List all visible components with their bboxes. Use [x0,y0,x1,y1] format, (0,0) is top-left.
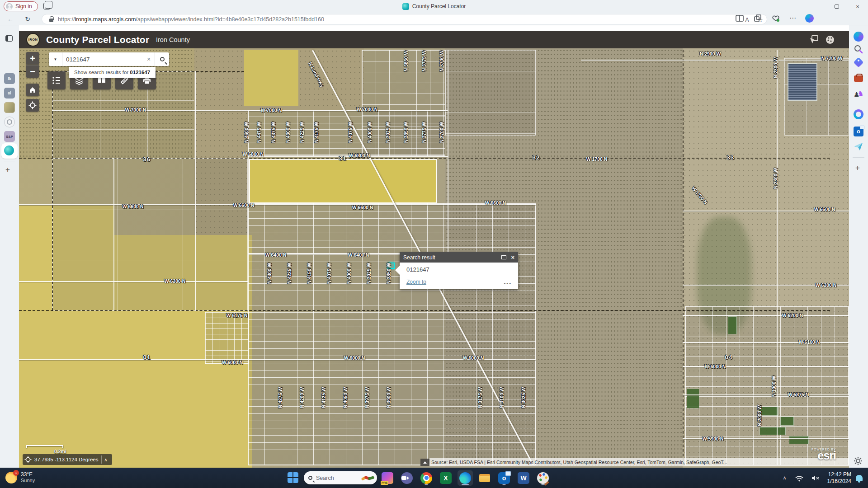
sidebar-drop-icon[interactable] [854,142,863,152]
street-label: W 5875 N [788,392,809,397]
search-button[interactable] [155,52,169,66]
street-label: N 3925 W [385,122,391,143]
popup-header[interactable]: Search result × [400,252,518,263]
browser-tab[interactable]: County Parcel Locator [0,0,868,13]
sidebar-copilot-icon[interactable] [854,32,863,42]
street-label: N 4300 W [285,122,291,143]
street-label: N 4475 W [256,122,262,143]
edge-sidebar: ♟ ♞ o + [849,25,868,468]
sidebar-settings-gear-icon[interactable] [853,455,863,466]
popup-maximize-icon[interactable] [501,255,506,259]
street-label: W 5900 N [703,436,724,441]
map-feature [248,203,536,465]
start-button[interactable] [288,472,298,483]
crosshair-icon[interactable] [24,456,32,463]
chrome-taskbar-icon[interactable] [419,470,434,486]
search-icon [160,57,165,61]
sidebar-outlook-icon[interactable]: o [854,127,863,136]
tray-overflow-icon[interactable]: ∧ [783,475,787,481]
map-feature [789,436,809,444]
address-bar[interactable]: https://irongis.maps.arcgis.com/apps/web… [42,14,767,24]
taskbar-search-placeholder: Search [316,475,361,481]
sidebar-games-icon[interactable]: ♟ ♞ [854,90,863,100]
map-feature [788,63,817,101]
paint-taskbar-icon[interactable] [535,470,551,486]
browser-tab-favicon[interactable]: 8i [4,73,15,84]
sidebar-shopping-icon[interactable] [854,57,864,68]
map-feature [244,50,298,106]
sidebar-customize-button[interactable]: + [855,164,860,173]
home-extent-button[interactable] [26,84,39,96]
map-feature [448,50,448,253]
teams-taskbar-icon[interactable] [399,470,415,486]
zoom-to-link[interactable]: Zoom to [406,279,426,285]
volume-muted-icon[interactable] [811,474,820,482]
tab-panel-toggle-icon[interactable] [5,35,13,42]
zoom-out-button[interactable]: − [26,65,39,78]
search-suggestion[interactable]: Show search results for 0121647 [69,67,156,78]
notifications-bell-icon[interactable] [856,475,863,481]
system-tray: ∧ 12:42 PM 1/16/2024 [783,468,868,488]
street-label: N 3025 W [521,387,526,408]
my-location-button[interactable] [26,99,39,112]
pre-taskbar-icon[interactable]: PRE [380,470,395,486]
new-tab-button[interactable]: + [5,165,10,174]
folder-taskbar-icon[interactable] [477,470,492,486]
close-button[interactable]: × [847,0,868,13]
map-feature [52,71,53,311]
draw-widget-icon[interactable] [825,34,835,45]
back-button[interactable]: ← [5,14,15,24]
browser-tab-favicon[interactable] [4,102,15,113]
settings-menu-icon[interactable]: ⋯ [789,14,796,22]
restore-icon [835,5,839,9]
coordinates-value: 37.7935 -113.1124 Degrees [34,457,99,462]
search-source-dropdown[interactable]: ▼ [49,52,62,66]
clock-time: 12:42 PM [827,471,851,478]
map-feature [683,342,849,343]
street-label: N 1900 W [771,376,777,397]
map-feature [248,156,448,157]
restore-button[interactable] [826,0,847,13]
legend-widget-button[interactable] [47,71,66,89]
excel-taskbar-icon[interactable]: X [438,470,453,486]
street-label: N 2900 W [700,51,721,56]
browser-tab-favicon[interactable]: 8i [4,88,15,99]
map-canvas[interactable]: + − 0.2mi [19,48,849,468]
word-icon: W [518,472,529,484]
street-label: W 6300 N [816,282,837,288]
street-label: W 6000 N [344,355,365,361]
wifi-icon[interactable] [795,474,804,482]
search-input[interactable] [62,56,143,63]
clear-search-icon[interactable]: × [143,56,155,63]
street-label: N 3100 W [499,387,505,408]
taskbar-clock[interactable]: 12:42 PM 1/16/2024 [827,471,851,485]
street-label: N 3775 W [421,51,427,72]
zoom-in-button[interactable]: + [26,52,39,65]
outlook-taskbar-icon[interactable]: o [496,470,512,486]
street-label: N 4200 W [299,387,305,408]
sidebar-tools-icon[interactable] [854,75,863,82]
taskbar-search-box[interactable]: Search [304,471,377,484]
refresh-button[interactable]: ↻ [23,14,33,24]
copilot-icon[interactable] [805,14,814,23]
weather-widget[interactable]: 1 33°F Sunny [5,469,35,483]
popup-close-icon[interactable]: × [511,254,514,261]
browser-tab-favicon[interactable] [4,145,14,155]
edge-taskbar-icon[interactable] [458,470,473,486]
word-taskbar-icon[interactable]: W [516,470,531,486]
attribution-toggle[interactable] [420,459,429,466]
sidebar-search-icon[interactable] [854,44,863,54]
minimize-button[interactable]: – [806,0,826,13]
browser-tab-favicon[interactable] [4,117,15,127]
browser-tab-favicon[interactable]: S&P [4,131,15,142]
popup-more-icon[interactable]: ••• [504,281,512,286]
browser-essentials-icon[interactable] [771,14,780,23]
street-label: W 1700 N [586,156,608,162]
select-widget-icon[interactable] [808,34,819,45]
coordinates-expand-icon[interactable]: ∧ [101,455,110,464]
split-screen-icon[interactable] [735,14,744,23]
sidebar-m365-icon[interactable] [854,109,863,119]
street-label: N 3925 W [366,263,372,284]
map-feature [777,50,778,465]
collections-icon[interactable] [753,14,762,23]
